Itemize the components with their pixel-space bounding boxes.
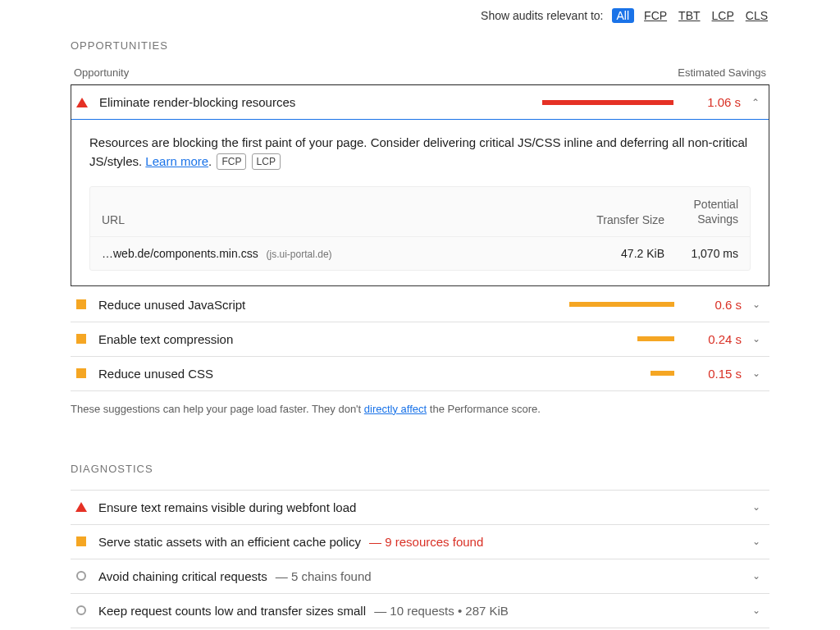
diagnostic-row[interactable]: Keep request counts low and transfer siz… [71,594,769,628]
diagnostics-list: Ensure text remains visible during webfo… [71,490,769,628]
opportunity-label: Enable text compression [98,332,543,346]
resource-size: 47.2 KiB [574,247,664,260]
average-icon [75,368,87,379]
opportunity-label: Eliminate render-blocking resources [99,95,542,109]
col-savings: Estimated Savings [678,66,766,79]
diagnostic-inline: — 9 resources found [369,535,483,549]
diagnostic-item: Ensure text remains visible during webfo… [71,491,769,525]
diagnostic-item: Keep request counts low and transfer siz… [71,594,769,628]
opportunity-item: Eliminate render-blocking resources 1.06… [71,84,769,286]
filter-fcp[interactable]: FCP [642,8,669,23]
chevron-down-icon: ⌄ [748,605,765,616]
filter-cls[interactable]: CLS [744,8,769,23]
resource-host: (js.ui-portal.de) [267,249,332,260]
chevron-down-icon: ⌄ [748,536,765,547]
average-icon [75,333,87,345]
chevron-down-icon: ⌄ [748,299,765,310]
opportunity-list: Eliminate render-blocking resources 1.06… [71,84,769,391]
opportunity-label: Reduce unused CSS [98,367,543,381]
pass-icon [75,570,87,582]
opportunities-heading: OPPORTUNITIES [71,39,769,52]
opportunity-label: Reduce unused JavaScript [98,298,543,312]
diagnostic-inline: — 10 requests • 287 KiB [374,604,509,618]
chevron-down-icon: ⌄ [748,570,765,582]
diagnostics-heading: DIAGNOSTICS [71,463,769,475]
resource-url: …web.de/components.min.css (js.ui-portal… [102,247,574,260]
opportunity-item: Reduce unused JavaScript 0.6 s ⌄ [71,288,769,322]
savings-time: 0.15 s [694,367,742,381]
savings-bar [542,100,673,105]
savings-time: 0.24 s [694,332,742,346]
footnote-link[interactable]: directly affect [364,403,427,415]
col-opportunity: Opportunity [74,66,129,79]
filter-tbt[interactable]: TBT [677,8,701,23]
chevron-down-icon: ⌄ [748,333,765,345]
savings-time: 1.06 s [693,95,741,109]
filter-lcp[interactable]: LCP [710,8,736,23]
diagnostic-row[interactable]: Serve static assets with an efficient ca… [71,525,769,559]
metric-tag-fcp: FCP [217,153,246,170]
resource-row: …web.de/components.min.css (js.ui-portal… [90,237,750,270]
opportunity-row[interactable]: Eliminate render-blocking resources 1.06… [71,85,769,120]
diagnostic-label: Keep request counts low and transfer siz… [98,604,748,618]
opportunity-description: Resources are blocking the first paint o… [71,120,769,186]
resource-savings: 1,070 ms [664,247,738,260]
average-icon [75,536,87,547]
resource-table-head: URL Transfer Size Potential Savings [90,187,750,237]
metric-tag-lcp: LCP [252,153,281,170]
opportunities-footnote: These suggestions can help your page loa… [71,403,769,415]
opportunity-column-headers: Opportunity Estimated Savings [71,66,769,84]
opportunity-row[interactable]: Enable text compression 0.24 s ⌄ [71,322,769,356]
opportunity-item: Enable text compression 0.24 s ⌄ [71,322,769,357]
fail-icon [75,501,87,513]
pass-icon [75,605,87,616]
learn-more-link[interactable]: Learn more [145,154,208,168]
chevron-up-icon: ⌃ [747,97,764,108]
diagnostic-item: Avoid chaining critical requests — 5 cha… [71,559,769,594]
opportunity-item: Reduce unused CSS 0.15 s ⌄ [71,357,769,391]
resource-table: URL Transfer Size Potential Savings …web… [89,186,751,271]
chevron-down-icon: ⌄ [748,501,765,513]
opportunity-row[interactable]: Reduce unused CSS 0.15 s ⌄ [71,357,769,390]
savings-bar [543,371,674,376]
filter-label: Show audits relevant to: [481,9,603,22]
col-url: URL [102,213,574,226]
fail-icon [76,97,88,108]
savings-bar [543,302,674,307]
diagnostic-row[interactable]: Avoid chaining critical requests — 5 cha… [71,559,769,593]
diagnostic-item: Serve static assets with an efficient ca… [71,525,769,559]
diagnostic-label: Ensure text remains visible during webfo… [98,500,748,514]
diagnostic-inline: — 5 chains found [276,569,372,583]
diagnostic-row[interactable]: Ensure text remains visible during webfo… [71,491,769,524]
opportunity-row[interactable]: Reduce unused JavaScript 0.6 s ⌄ [71,288,769,322]
col-potential-savings: Potential Savings [664,197,738,226]
diagnostic-label: Serve static assets with an efficient ca… [98,535,748,549]
average-icon [75,299,87,310]
filter-all[interactable]: All [612,8,635,23]
savings-bar [543,336,674,341]
audit-filter-row: Show audits relevant to: All FCP TBT LCP… [71,8,769,23]
diagnostic-label: Avoid chaining critical requests — 5 cha… [98,569,748,583]
col-transfer-size: Transfer Size [574,213,664,226]
savings-time: 0.6 s [694,298,742,312]
chevron-down-icon: ⌄ [748,368,765,379]
